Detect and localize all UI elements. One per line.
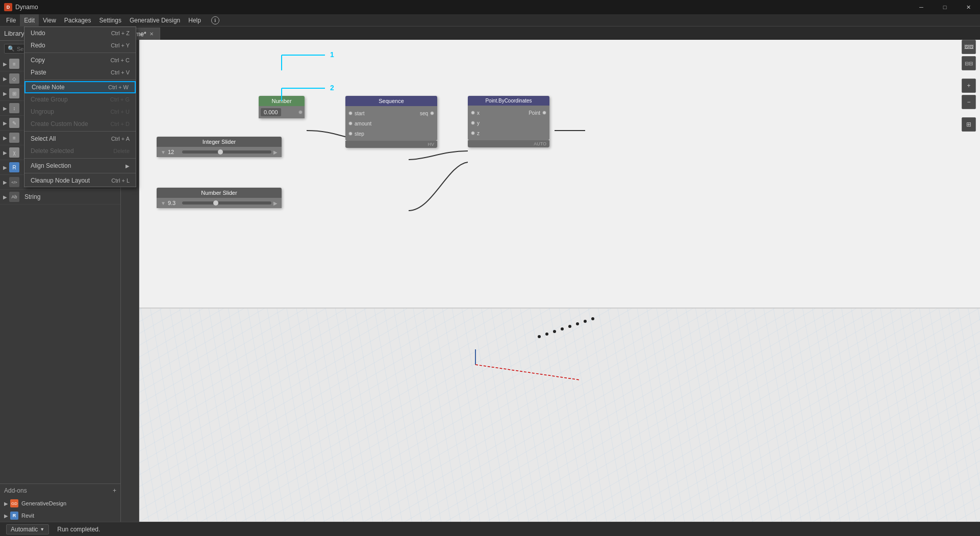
slider-right-arrow[interactable]: ▶ <box>273 149 278 155</box>
section-label: String <box>24 193 40 200</box>
addon-arrow: ▶ <box>4 513 8 519</box>
menu-create-custom-node[interactable]: Create Custom Node Ctrl + D <box>24 118 136 130</box>
menu-settings[interactable]: Settings <box>95 14 125 27</box>
port-dot-step <box>348 132 353 136</box>
menu-paste[interactable]: Paste Ctrl + V <box>24 66 136 79</box>
node-point[interactable]: Point.ByCoordinates x Point <box>468 96 549 147</box>
port-z[interactable]: z <box>468 128 549 138</box>
port-x[interactable]: x <box>468 108 509 118</box>
run-status-text: Run completed. <box>57 526 100 533</box>
slider-thumb[interactable] <box>218 149 223 155</box>
node-point-body: x Point y z <box>468 106 549 140</box>
menu-undo[interactable]: Undo Ctrl + Z <box>24 27 136 39</box>
menu-align-selection[interactable]: Align Selection ▶ <box>24 160 136 172</box>
svg-point-14 <box>591 317 594 320</box>
svg-point-12 <box>576 322 579 325</box>
collapse-arrow: ▶ <box>3 106 7 111</box>
slider-value[interactable]: 12 <box>168 149 180 155</box>
nslider-down-arrow[interactable]: ▼ <box>161 200 166 206</box>
app-icon: D <box>4 3 12 11</box>
node-nslider-header: Number Slider <box>157 188 282 198</box>
port-dot-x <box>471 111 475 115</box>
viewport-svg <box>121 309 980 522</box>
node-integer-slider[interactable]: Integer Slider ▼ 12 ▶ <box>157 137 282 157</box>
port-dot-point <box>542 111 546 115</box>
canvas-area[interactable]: Number 0.000 Sequence start seq <box>121 40 980 522</box>
node-point-footer: AUTO <box>468 140 549 147</box>
menu-file[interactable]: File <box>2 14 20 27</box>
addons-plus-button[interactable]: + <box>113 487 116 494</box>
nslider-right-arrow[interactable]: ▶ <box>273 200 278 206</box>
collapse-arrow: ▶ <box>3 194 7 200</box>
title-bar: D Dynamo ─ □ ✕ <box>0 0 980 14</box>
menu-generative-design[interactable]: Generative Design <box>125 14 184 27</box>
node-number-header: Number <box>259 96 305 106</box>
canvas-toolbar-right: 🖼🖼 ⊟⊟ + − ⊞ <box>962 40 976 132</box>
sidebar-section-string[interactable]: ▶ Ab String <box>0 190 120 205</box>
menu-info[interactable]: ℹ <box>207 14 223 27</box>
close-button[interactable]: ✕ <box>957 0 980 14</box>
run-mode-dropdown[interactable]: Automatic ▼ <box>6 524 49 534</box>
section-icon: Ab <box>9 192 19 202</box>
collapse-arrow: ▶ <box>3 165 7 170</box>
collapse-arrow: ▶ <box>3 91 7 96</box>
app-title: Dynamo <box>15 4 38 11</box>
separator-2 <box>24 80 136 80</box>
menu-cleanup-node-layout[interactable]: Cleanup Node Layout Ctrl + L <box>24 174 136 187</box>
zoom-in-button[interactable]: + <box>962 79 976 93</box>
node-number-slider[interactable]: Number Slider ▼ 9.3 ▶ <box>157 188 282 208</box>
number-value[interactable]: 0.000 <box>261 108 281 116</box>
menu-create-group[interactable]: Create Group Ctrl + G <box>24 93 136 106</box>
toolbar-icons-button[interactable]: 🖼🖼 <box>962 40 976 54</box>
zoom-out-button[interactable]: − <box>962 95 976 109</box>
port-point-out[interactable]: Point <box>525 108 549 118</box>
node-nslider-body: ▼ 9.3 ▶ <box>157 198 282 208</box>
output-port[interactable] <box>298 110 303 114</box>
nslider-value[interactable]: 9.3 <box>168 200 180 206</box>
section-icon: ⊞ <box>9 88 19 98</box>
port-start[interactable]: start <box>345 108 391 118</box>
menu-edit[interactable]: Edit <box>20 14 39 27</box>
toolbar-layout-button[interactable]: ⊟⊟ <box>962 56 976 70</box>
svg-point-13 <box>584 320 587 323</box>
addon-revit[interactable]: ▶ R Revit <box>0 509 120 522</box>
menu-view[interactable]: View <box>39 14 60 27</box>
nslider-track[interactable] <box>182 201 271 205</box>
menu-select-all[interactable]: Select All Ctrl + A <box>24 133 136 145</box>
collapse-arrow: ▶ <box>3 150 7 156</box>
svg-point-8 <box>545 333 548 336</box>
svg-point-11 <box>568 325 571 328</box>
menu-packages[interactable]: Packages <box>60 14 95 27</box>
slider-track[interactable] <box>182 150 271 154</box>
addons-header: Add-ons + <box>0 483 120 497</box>
nslider-thumb[interactable] <box>213 200 218 206</box>
node-islider-header: Integer Slider <box>157 137 282 147</box>
node-sequence[interactable]: Sequence start seq amount <box>345 96 437 148</box>
addon-generative-design[interactable]: ▶ GD GenerativeDesign <box>0 497 120 509</box>
port-step[interactable]: step <box>345 129 437 139</box>
search-icon: 🔍 <box>8 45 15 52</box>
tab-close-button[interactable]: ✕ <box>149 31 154 37</box>
viewport-3d[interactable] <box>121 308 980 522</box>
port-y[interactable]: y <box>468 118 549 128</box>
node-islider-body: ▼ 12 ▶ <box>157 147 282 157</box>
node-sequence-header: Sequence <box>345 96 437 106</box>
menu-copy[interactable]: Copy Ctrl + C <box>24 54 136 66</box>
menu-redo[interactable]: Redo Ctrl + Y <box>24 39 136 52</box>
port-dot-y <box>471 121 475 125</box>
node-number[interactable]: Number 0.000 <box>259 96 305 118</box>
port-dot-amount <box>348 121 353 125</box>
menu-ungroup[interactable]: Ungroup Ctrl + U <box>24 106 136 118</box>
minimize-button[interactable]: ─ <box>910 0 933 14</box>
port-seq-out[interactable]: seq <box>417 108 437 118</box>
zoom-fit-button[interactable]: ⊞ <box>962 117 976 132</box>
separator-5 <box>24 173 136 173</box>
collapse-arrow: ▶ <box>3 180 7 185</box>
menu-help[interactable]: Help <box>184 14 205 27</box>
menu-create-note[interactable]: Create Note Ctrl + W <box>24 81 136 93</box>
separator-4 <box>24 158 136 159</box>
port-amount[interactable]: amount <box>345 118 437 129</box>
menu-delete-selected[interactable]: Delete Selected Delete <box>24 145 136 157</box>
maximize-button[interactable]: □ <box>933 0 957 14</box>
slider-down-arrow[interactable]: ▼ <box>161 149 166 155</box>
